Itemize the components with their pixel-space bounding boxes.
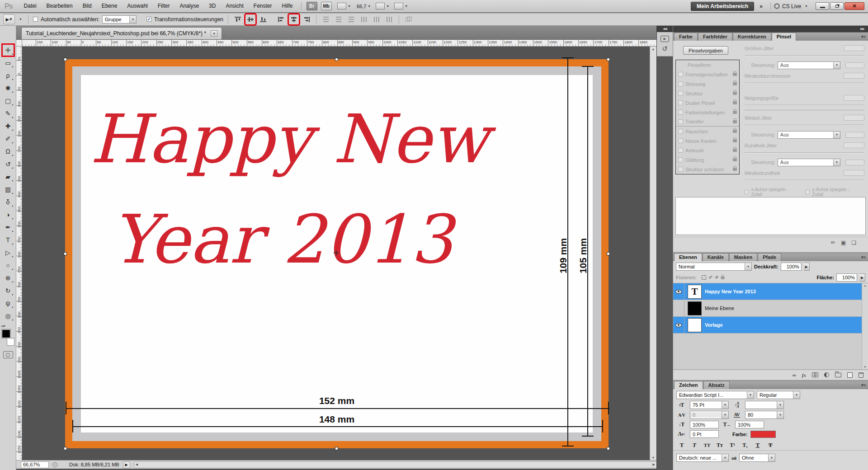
lock-icon[interactable] — [733, 139, 737, 142]
tool-eraser[interactable]: ▰ — [2, 170, 14, 183]
tool-3d-rotate[interactable]: ⊕ — [2, 272, 14, 284]
style-superscript[interactable]: T¹ — [727, 441, 738, 449]
tool-hand[interactable]: ψ — [2, 297, 14, 310]
scroll-up-icon[interactable]: ▲ — [864, 284, 867, 287]
language-dropdown[interactable]: Deutsch: neue ...▼ — [676, 454, 729, 462]
tool-quick-selection[interactable]: ✱ — [2, 82, 14, 94]
text-color-swatch[interactable] — [750, 431, 776, 438]
horizontal-ruler[interactable]: 1501005005010015020025030035040045050055… — [22, 40, 656, 47]
panel-menu-icon[interactable]: ▾≡ — [861, 255, 866, 259]
font-size-dropdown[interactable]: 75 Pt▼ — [690, 401, 729, 409]
tab-pinsel[interactable]: Pinsel — [772, 33, 796, 41]
lock-icon[interactable] — [733, 158, 737, 161]
brush-setting-row[interactable]: Pinselform — [676, 60, 739, 70]
foreground-color-swatch[interactable] — [2, 329, 10, 338]
lock-icon[interactable] — [733, 92, 737, 95]
lock-transparency-icon[interactable] — [702, 275, 706, 280]
font-family-dropdown[interactable]: Edwardian Script I...▼ — [676, 391, 754, 399]
tool-dodge[interactable]: ◑ — [2, 208, 14, 221]
transform-handle[interactable] — [64, 252, 67, 255]
tool-zoom[interactable]: ◎ — [2, 310, 14, 322]
style-underline[interactable]: T — [752, 441, 763, 449]
layer-list-scrollbar[interactable]: ▲ ▼ — [862, 283, 868, 369]
menu-filter[interactable]: Filter — [153, 0, 175, 12]
scroll-left-icon[interactable]: ◀ — [136, 463, 138, 466]
layer-visibility-toggle[interactable] — [673, 317, 684, 333]
app-zoom-level[interactable]: 66,7 — [357, 4, 366, 9]
tool-eyedropper[interactable]: ✎ — [2, 107, 14, 120]
control-dropdown[interactable]: Aus▼ — [778, 61, 840, 69]
panel-menu-icon[interactable]: ▾≡ — [861, 383, 866, 387]
baseline-shift-field[interactable]: 0 Pt — [690, 430, 719, 438]
launch-mini-bridge-button[interactable]: Mb — [321, 2, 332, 10]
vertical-ruler[interactable]: 5005010015020025030035040045050055060065… — [16, 47, 22, 460]
align-bottom-edges-button[interactable] — [258, 14, 268, 24]
kerning-dropdown[interactable]: 0▼ — [690, 411, 729, 419]
transform-handle[interactable] — [335, 58, 338, 61]
control-dropdown[interactable]: Aus▼ — [778, 159, 840, 166]
tool-marquee[interactable]: ▭ — [2, 56, 14, 69]
cs-live-button[interactable]: CS Live ▼ — [774, 3, 809, 9]
style-all-caps[interactable]: TT — [702, 441, 712, 449]
actions-panel-icon[interactable]: ▶ — [660, 36, 669, 42]
transform-handle[interactable] — [607, 58, 610, 61]
tab-zeichen[interactable]: Zeichen — [674, 381, 703, 389]
transform-handle[interactable] — [607, 447, 610, 450]
transform-handle[interactable] — [64, 58, 67, 61]
auto-select-checkbox[interactable] — [33, 17, 38, 22]
panel-menu-icon[interactable]: ▾≡ — [861, 34, 866, 39]
layer-row[interactable]: Meine Ebene — [673, 300, 868, 317]
status-zoom-field[interactable]: 66,67% — [21, 461, 49, 468]
distribute-bottom-edges-button[interactable] — [346, 14, 356, 24]
transform-handle[interactable] — [64, 447, 67, 450]
lock-icon[interactable] — [733, 73, 737, 76]
distribute-vertical-centers-button[interactable] — [334, 14, 344, 24]
distribute-left-edges-button[interactable] — [359, 14, 369, 24]
flip-y-checkbox[interactable] — [806, 190, 810, 194]
view-extras-icon[interactable] — [337, 3, 346, 9]
setting-checkbox[interactable] — [678, 110, 683, 115]
layer-style-icon[interactable]: fx — [802, 372, 806, 378]
transform-handle[interactable] — [607, 252, 610, 255]
menu-bild[interactable]: Bild — [78, 0, 97, 12]
brush-setting-row[interactable]: Farbeinstellungen — [676, 108, 739, 117]
style-faux-bold[interactable]: T — [676, 441, 687, 449]
setting-checkbox[interactable] — [678, 129, 683, 134]
layer-row[interactable]: T Happy New Year 2013 — [673, 283, 868, 300]
layer-row[interactable]: Vorlage — [673, 317, 868, 334]
launch-bridge-button[interactable]: Br — [307, 2, 317, 10]
tool-pen[interactable]: ✒ — [2, 221, 14, 234]
tracking-dropdown[interactable]: 80▼ — [745, 411, 784, 419]
lock-pixels-icon[interactable]: ✐ — [708, 275, 712, 280]
style-small-caps[interactable]: Tᴛ — [714, 441, 725, 449]
distribute-top-edges-button[interactable] — [321, 14, 331, 24]
auto-align-layers-button[interactable] — [404, 14, 414, 24]
lock-icon[interactable] — [733, 82, 737, 85]
tool-shape[interactable]: ○ — [2, 259, 14, 272]
menu-auswahl[interactable]: Auswahl — [122, 0, 152, 12]
menu-3d[interactable]: 3D — [204, 0, 221, 12]
brush-setting-row[interactable]: Formeigenschaften — [676, 70, 739, 79]
lock-icon[interactable] — [733, 149, 737, 152]
menu-ansicht[interactable]: Ansicht — [221, 0, 248, 12]
setting-checkbox[interactable] — [678, 119, 683, 124]
brush-setting-row[interactable]: Nasse Kanten — [676, 136, 739, 146]
roundness-jitter-slider[interactable] — [745, 152, 864, 153]
tool-brush[interactable]: ✐ — [2, 132, 14, 145]
brush-setting-row[interactable]: Struktur schützen — [676, 164, 739, 174]
brush-setting-row[interactable]: Dualer Pinsel — [676, 98, 739, 108]
font-style-dropdown[interactable]: Regular▼ — [757, 391, 800, 399]
layer-visibility-toggle[interactable] — [673, 283, 684, 300]
move-tool-badge[interactable]: ▶✛ — [3, 14, 15, 24]
tab-close-icon[interactable]: ✕ — [211, 30, 217, 37]
horizontal-scale-field[interactable]: 100% — [735, 421, 764, 428]
tool-type[interactable]: T — [2, 234, 14, 246]
opacity-field[interactable]: 100% — [781, 263, 802, 271]
color-swatch-widget[interactable]: ▪⇄ — [1, 326, 15, 346]
tab-ebenen[interactable]: Ebenen — [674, 253, 702, 261]
status-flyout-button[interactable]: ▶ — [123, 461, 130, 468]
distribute-horizontal-centers-button[interactable] — [372, 14, 382, 24]
tool-blur[interactable]: δ — [2, 196, 14, 208]
align-vertical-centers-button[interactable] — [245, 14, 255, 24]
setting-checkbox[interactable] — [678, 148, 683, 153]
